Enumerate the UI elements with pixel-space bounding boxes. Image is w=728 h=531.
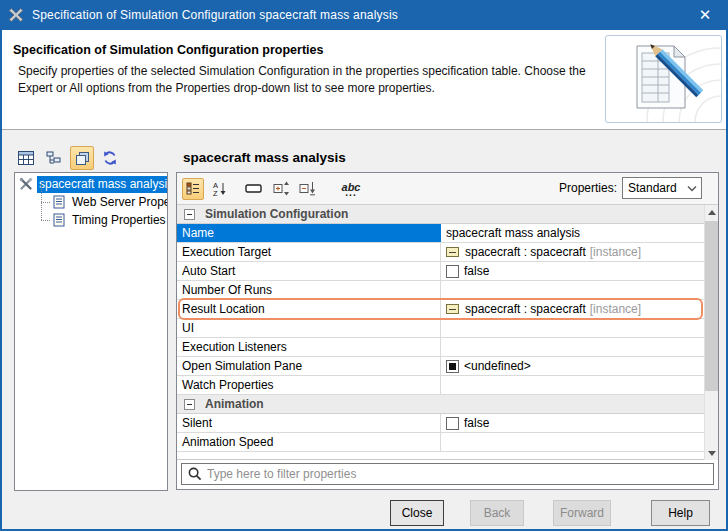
- spec-tree: spacecraft mass analysisWeb Server Prope…: [15, 175, 167, 229]
- property-name-cell[interactable]: Execution Target: [177, 243, 441, 261]
- show-description-icon[interactable]: [242, 178, 264, 200]
- checkbox-undefined-icon[interactable]: [446, 360, 459, 373]
- instance-suffix: [instance]: [590, 302, 641, 316]
- tree-item-label: Web Server Properties: [70, 194, 168, 211]
- properties-mode-select[interactable]: Standard: [622, 177, 702, 199]
- property-value-cell[interactable]: false: [441, 262, 704, 280]
- tree-item-label: spacecraft mass analysis: [37, 176, 168, 193]
- header-description-line1: Specify properties of the selected Simul…: [18, 64, 586, 78]
- property-table: Simulation ConfigurationNamespacecraft m…: [177, 205, 704, 460]
- header-title: Specification of Simulation Configuratio…: [13, 43, 323, 57]
- section-label: Simulation Configuration: [205, 207, 348, 221]
- scroll-thumb[interactable]: [705, 221, 718, 391]
- property-value-text: <undefined>: [464, 359, 531, 373]
- section-header-row[interactable]: Animation: [177, 395, 704, 414]
- property-name-cell[interactable]: Auto Start: [177, 262, 441, 280]
- section-label: Animation: [205, 397, 264, 411]
- table-view-icon[interactable]: [14, 146, 38, 170]
- property-value-cell[interactable]: [441, 433, 704, 451]
- magicdraw-logo-icon: [8, 7, 25, 24]
- property-name-cell[interactable]: Silent: [177, 414, 441, 432]
- property-value-text: spacecraft : spacecraft: [465, 302, 586, 316]
- collapse-section-icon[interactable]: [184, 399, 195, 410]
- property-row: UI: [177, 319, 704, 338]
- show-abbreviations-icon[interactable]: abc...: [340, 178, 362, 200]
- properties-panel: A Z: [176, 172, 719, 490]
- chevron-down-icon: [687, 185, 697, 192]
- property-row: Execution Listeners: [177, 338, 704, 357]
- vertical-scrollbar[interactable]: [704, 205, 718, 460]
- property-value-cell[interactable]: spacecraft mass analysis: [441, 224, 704, 242]
- property-row: Silentfalse: [177, 414, 704, 433]
- header-description-line2: Expert or All options from the Propertie…: [18, 81, 435, 95]
- spec-tree-panel: spacecraft mass analysisWeb Server Prope…: [14, 172, 168, 491]
- property-value-cell[interactable]: spacecraft : spacecraft[instance]: [441, 300, 704, 318]
- back-button[interactable]: Back: [470, 500, 524, 526]
- collapse-all-icon[interactable]: [296, 178, 318, 200]
- window-close-button[interactable]: ✕: [682, 0, 728, 30]
- close-button[interactable]: Close: [390, 500, 444, 526]
- checkbox-unchecked-icon[interactable]: [446, 265, 459, 278]
- help-button[interactable]: Help: [651, 500, 710, 526]
- property-name-cell[interactable]: Animation Speed: [177, 433, 441, 451]
- property-name-cell[interactable]: UI: [177, 319, 441, 337]
- element-name-heading: spacecraft mass analysis: [183, 150, 346, 165]
- document-pencil-illustration: [605, 35, 722, 123]
- property-row: Execution Targetspacecraft : spacecraft[…: [177, 243, 704, 262]
- scroll-up-arrow[interactable]: [705, 205, 718, 219]
- property-value-cell[interactable]: [441, 319, 704, 337]
- property-name-cell[interactable]: Watch Properties: [177, 376, 441, 394]
- property-row: Namespacecraft mass analysis: [177, 224, 704, 243]
- instance-icon: [446, 304, 459, 314]
- property-name-cell[interactable]: Open Simulation Pane: [177, 357, 441, 375]
- property-value-cell[interactable]: <undefined>: [441, 357, 704, 375]
- filter-box: [181, 463, 714, 485]
- properties-toolbar: A Z: [177, 173, 718, 205]
- stacked-view-icon[interactable]: [70, 146, 94, 170]
- collapse-section-icon[interactable]: [184, 209, 195, 220]
- instance-suffix: [instance]: [590, 245, 641, 259]
- checkbox-unchecked-icon[interactable]: [446, 417, 459, 430]
- categorized-view-icon[interactable]: [182, 178, 204, 200]
- property-row: Number Of Runs: [177, 281, 704, 300]
- property-value-cell[interactable]: false: [441, 414, 704, 432]
- property-value-cell[interactable]: [441, 338, 704, 356]
- property-value-text: spacecraft : spacecraft: [465, 245, 586, 259]
- filter-input[interactable]: [207, 467, 713, 481]
- forward-button[interactable]: Forward: [553, 500, 611, 526]
- property-value-text: spacecraft mass analysis: [446, 226, 580, 240]
- property-name-cell[interactable]: Execution Listeners: [177, 338, 441, 356]
- property-name-cell[interactable]: Result Location: [177, 300, 441, 318]
- property-row: Open Simulation Pane<undefined>: [177, 357, 704, 376]
- tree-toolbar: [14, 146, 126, 170]
- tree-item[interactable]: Web Server Properties: [15, 193, 167, 211]
- scroll-down-arrow[interactable]: [705, 446, 718, 460]
- tree-item-label: Timing Properties: [70, 212, 168, 229]
- property-value-text: false: [464, 264, 489, 278]
- properties-doc-icon: [51, 213, 67, 227]
- expand-all-icon[interactable]: [270, 178, 292, 200]
- property-value-cell[interactable]: [441, 376, 704, 394]
- property-name-cell[interactable]: Name: [177, 224, 441, 242]
- property-row: Auto Startfalse: [177, 262, 704, 281]
- sort-alphabetically-icon[interactable]: A Z: [208, 178, 230, 200]
- property-name-cell[interactable]: Number Of Runs: [177, 281, 441, 299]
- tree-view-icon[interactable]: [42, 146, 66, 170]
- property-value-text: false: [464, 416, 489, 430]
- dialog-header: Specification of Simulation Configuratio…: [0, 30, 728, 130]
- tree-item[interactable]: Timing Properties: [15, 211, 167, 229]
- tools-icon: [18, 177, 34, 191]
- properties-mode-label: Properties:: [559, 181, 617, 195]
- property-value-cell[interactable]: spacecraft : spacecraft[instance]: [441, 243, 704, 261]
- properties-mode-value: Standard: [628, 181, 677, 195]
- titlebar[interactable]: Specification of Simulation Configuratio…: [0, 0, 728, 30]
- refresh-icon[interactable]: [98, 146, 122, 170]
- search-icon: [188, 467, 202, 481]
- property-value-cell[interactable]: [441, 281, 704, 299]
- instance-icon: [446, 247, 459, 257]
- section-header-row[interactable]: Simulation Configuration: [177, 205, 704, 224]
- window-title: Specification of Simulation Configuratio…: [32, 8, 398, 22]
- filter-bar: [177, 460, 718, 489]
- tree-item[interactable]: spacecraft mass analysis: [15, 175, 167, 193]
- header-description: Specify properties of the selected Simul…: [18, 63, 598, 97]
